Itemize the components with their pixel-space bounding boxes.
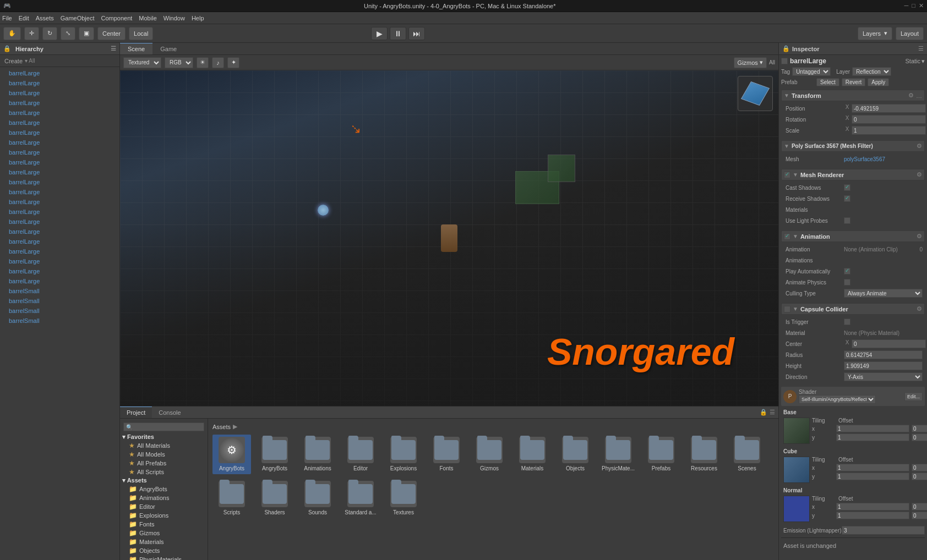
asset-grid-item[interactable]: Explosions	[384, 435, 423, 474]
mesh-renderer-header[interactable]: ▼ Mesh Renderer ⚙	[781, 169, 925, 180]
hierarchy-list-item[interactable]: barrelLarge	[0, 207, 119, 217]
project-all-prefabs[interactable]: ★ All Prefabs	[120, 459, 208, 468]
hierarchy-list-item[interactable]: barrelSmall	[0, 306, 119, 316]
prefab-select-btn[interactable]: Select	[816, 78, 839, 86]
asset-grid-item[interactable]: Materials	[513, 435, 552, 474]
cube-off-y[interactable]	[912, 473, 927, 480]
game-tab[interactable]: Game	[152, 43, 184, 54]
asset-grid-item[interactable]: Editor	[341, 435, 380, 474]
step-button[interactable]: ⏭	[408, 27, 425, 40]
prefab-apply-btn[interactable]: Apply	[868, 78, 889, 86]
menu-mobile[interactable]: Mobile	[139, 15, 156, 21]
transform-settings-icon[interactable]: ⚙	[908, 92, 914, 99]
normal-texture-thumb[interactable]	[783, 496, 810, 522]
hierarchy-list-item[interactable]: barrelLarge	[0, 256, 119, 266]
mesh-renderer-enabled[interactable]	[784, 172, 790, 178]
rot-x-field[interactable]	[852, 115, 926, 124]
hierarchy-list-item[interactable]: barrelLarge	[0, 118, 119, 128]
viewport[interactable]: ⇢ Snorgared	[120, 70, 778, 406]
layer-select[interactable]: Reflection	[852, 67, 891, 76]
mesh-filter-settings-icon[interactable]: ⚙	[917, 142, 922, 150]
menu-window[interactable]: Window	[163, 15, 185, 21]
direction-select[interactable]: Y-Axis	[844, 372, 923, 381]
norm-off-x[interactable]	[912, 503, 927, 510]
object-enabled-checkbox[interactable]	[781, 58, 788, 64]
pause-button[interactable]: ⏸	[390, 27, 406, 40]
gizmos-dropdown[interactable]: Gizmos ▾	[734, 57, 767, 68]
asset-grid-item[interactable]: Fonts	[427, 435, 466, 474]
asset-grid-item[interactable]: Prefabs	[642, 435, 680, 474]
maximize-btn[interactable]: □	[912, 2, 915, 9]
asset-grid-item[interactable]: Scripts	[212, 479, 251, 518]
use-light-probes-checkbox[interactable]	[844, 217, 850, 224]
project-search-input[interactable]	[123, 422, 204, 431]
rotate-tool-btn[interactable]: ↻	[42, 27, 57, 40]
menu-help[interactable]: Help	[192, 15, 204, 21]
hierarchy-list-item[interactable]: barrelSmall	[0, 316, 119, 326]
project-tree-item[interactable]: 📁Explosions	[120, 511, 208, 520]
mesh-renderer-settings-icon[interactable]: ⚙	[917, 171, 922, 178]
window-controls[interactable]: ─ □ ✕	[904, 2, 924, 9]
hierarchy-list-item[interactable]: barrelLarge	[0, 147, 119, 157]
prefab-revert-btn[interactable]: Revert	[842, 78, 865, 86]
play-button[interactable]: ▶	[371, 27, 388, 40]
transform-more-icon[interactable]: …	[916, 92, 922, 99]
receive-shadows-checkbox[interactable]	[844, 195, 850, 202]
project-assets-header[interactable]: ▾ Assets	[120, 476, 208, 485]
pos-x-field[interactable]	[852, 104, 926, 113]
asset-grid-item[interactable]: Animations	[298, 435, 337, 474]
asset-grid-item[interactable]: AngryBots	[255, 435, 294, 474]
scale-tool-btn[interactable]: ⤡	[61, 27, 75, 40]
transform-component-header[interactable]: ▼ Transform ⚙ …	[781, 90, 925, 101]
pivot-mode-btn[interactable]: Center	[97, 27, 126, 40]
menu-gameobject[interactable]: GameObject	[61, 15, 95, 21]
rect-tool-btn[interactable]: ▣	[79, 27, 94, 40]
scene-audio-btn[interactable]: ♪	[212, 57, 224, 68]
mesh-filter-header[interactable]: ▼ Poly Surface 3567 (Mesh Filter) ⚙	[781, 140, 925, 152]
cube-tile-y[interactable]	[836, 473, 909, 480]
base-off-y[interactable]	[912, 433, 927, 441]
cube-off-x[interactable]	[912, 464, 927, 471]
scale-x-field[interactable]	[852, 126, 926, 135]
project-tree-item[interactable]: 📁Materials	[120, 537, 208, 546]
hierarchy-list-item[interactable]: barrelLarge	[0, 157, 119, 167]
hierarchy-list-item[interactable]: barrelLarge	[0, 128, 119, 138]
hierarchy-menu-icon[interactable]: ☰	[111, 45, 116, 52]
base-texture-thumb[interactable]	[783, 418, 810, 444]
hierarchy-list-item[interactable]: barrelLarge	[0, 167, 119, 177]
hierarchy-list-item[interactable]: barrelLarge	[0, 98, 119, 108]
asset-grid-item[interactable]: ⚙ AngryBots	[212, 435, 251, 474]
scene-effects-btn[interactable]: ✦	[227, 57, 239, 68]
is-trigger-checkbox[interactable]	[844, 319, 850, 325]
cube-texture-thumb[interactable]	[783, 457, 810, 483]
layout-button[interactable]: Layout	[896, 27, 924, 40]
cube-tile-x[interactable]	[836, 464, 909, 471]
hierarchy-list-item[interactable]: barrelLarge	[0, 78, 119, 88]
menu-component[interactable]: Component	[101, 15, 132, 21]
hierarchy-list-item[interactable]: barrelLarge	[0, 177, 119, 187]
color-mode-select[interactable]: RGB	[165, 57, 193, 68]
capsule-settings-icon[interactable]: ⚙	[917, 305, 922, 312]
asset-grid-item[interactable]: Resources	[685, 435, 723, 474]
norm-tile-x[interactable]	[836, 503, 909, 510]
scene-tab[interactable]: Scene	[120, 43, 152, 54]
project-tree-item[interactable]: 📁Gizmos	[120, 529, 208, 537]
hierarchy-list-item[interactable]: barrelLarge	[0, 108, 119, 118]
capsule-collider-header[interactable]: ▼ Capsule Collider ⚙	[781, 303, 925, 315]
project-tree-item[interactable]: 📁Objects	[120, 546, 208, 555]
asset-grid-item[interactable]: Shaders	[255, 479, 294, 518]
project-all-materials[interactable]: ★ All Materials	[120, 441, 208, 450]
emission-field[interactable]	[842, 526, 925, 535]
project-tree-item[interactable]: 📁Editor	[120, 502, 208, 511]
hierarchy-create-btn[interactable]: Create	[2, 58, 25, 64]
hierarchy-list-item[interactable]: barrelSmall	[0, 296, 119, 306]
hand-tool-btn[interactable]: ✋	[3, 27, 21, 40]
hierarchy-list-item[interactable]: barrelLarge	[0, 217, 119, 227]
pivot-space-btn[interactable]: Local	[129, 27, 153, 40]
scene-gizmo-cube[interactable]	[738, 76, 773, 111]
project-all-scripts[interactable]: ★ All Scripts	[120, 468, 208, 476]
hierarchy-list-item[interactable]: barrelLarge	[0, 197, 119, 207]
project-tree-item[interactable]: 📁AngryBots	[120, 485, 208, 493]
height-field[interactable]	[844, 361, 923, 370]
culling-type-select[interactable]: Always Animate	[844, 289, 923, 298]
